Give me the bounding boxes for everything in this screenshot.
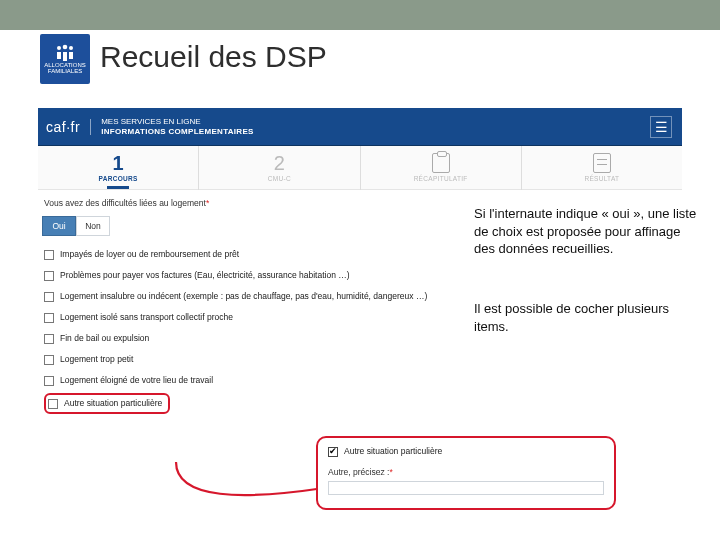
list-item[interactable]: Logement trop petit <box>44 349 456 370</box>
step-1-number: 1 <box>113 153 124 173</box>
caf-logo: ALLOCATIONS FAMILIALES <box>40 34 90 84</box>
step-1-label: PARCOURS <box>99 175 138 182</box>
checkbox[interactable] <box>44 313 54 323</box>
step-2-label: CMU-C <box>268 175 291 182</box>
checkbox[interactable] <box>44 334 54 344</box>
checkbox[interactable] <box>328 447 338 457</box>
logo-text: ALLOCATIONS FAMILIALES <box>40 62 90 74</box>
checkbox-label: Logement trop petit <box>60 354 133 364</box>
clipboard-icon <box>432 153 450 173</box>
checkbox-label: Logement insalubre ou indécent (exemple … <box>60 291 427 301</box>
precisez-input[interactable] <box>328 481 604 495</box>
checkbox-list: Impayés de loyer ou de remboursement de … <box>38 242 462 420</box>
step-3-label: RÉCAPITULATIF <box>414 175 468 182</box>
checkbox[interactable] <box>44 250 54 260</box>
header-strip <box>0 0 720 30</box>
checkbox[interactable] <box>44 376 54 386</box>
list-item[interactable]: Fin de bail ou expulsion <box>44 328 456 349</box>
list-item[interactable]: Logement isolé sans transport collectif … <box>44 307 456 328</box>
list-item[interactable]: Logement éloigné de votre lieu de travai… <box>44 370 456 391</box>
checkbox[interactable] <box>44 292 54 302</box>
checkbox-label: Impayés de loyer ou de remboursement de … <box>60 249 239 259</box>
page-title: Recueil des DSP <box>100 40 327 74</box>
oui-button[interactable]: Oui <box>42 216 76 236</box>
svg-point-0 <box>57 46 61 50</box>
step-4-label: RÉSULTAT <box>584 175 619 182</box>
document-icon <box>593 153 611 173</box>
detail-popup: Autre situation particulière Autre, préc… <box>316 436 616 510</box>
app-brand: caf·fr <box>46 119 91 135</box>
checkbox-label: Problèmes pour payer vos factures (Eau, … <box>60 270 350 280</box>
question-text: Vous avez des difficultés liées au logem… <box>44 198 209 208</box>
step-parcours[interactable]: 1 PARCOURS <box>38 146 198 189</box>
checkbox-label: Logement éloigné de votre lieu de travai… <box>60 375 213 385</box>
step-2-number: 2 <box>274 153 285 173</box>
checkbox[interactable] <box>44 271 54 281</box>
annotation-1: Si l'internaute indique « oui », une lis… <box>474 205 704 258</box>
svg-point-2 <box>69 46 73 50</box>
checkbox[interactable] <box>44 355 54 365</box>
step-recapitulatif[interactable]: RÉCAPITULATIF <box>361 146 521 189</box>
checkbox-label: Autre situation particulière <box>64 398 162 408</box>
family-icon <box>53 44 77 62</box>
list-item[interactable]: Impayés de loyer ou de remboursement de … <box>44 244 456 265</box>
precisez-label: Autre, précisez :* <box>328 467 604 477</box>
svg-point-1 <box>63 45 68 50</box>
popup-checked-item[interactable]: Autre situation particulière <box>328 446 604 457</box>
service-line-2: INFORMATIONS COMPLEMENTAIRES <box>101 127 254 137</box>
checkbox-label: Logement isolé sans transport collectif … <box>60 312 233 322</box>
required-asterisk: * <box>389 467 392 477</box>
checkbox[interactable] <box>48 399 58 409</box>
stepper: 1 PARCOURS 2 CMU-C RÉCAPITULATIF RÉSULTA… <box>38 146 682 190</box>
non-button[interactable]: Non <box>76 216 110 236</box>
checkbox-label: Autre situation particulière <box>344 446 442 456</box>
app-header-text: MES SERVICES EN LIGNE INFORMATIONS COMPL… <box>101 117 254 137</box>
slide: ALLOCATIONS FAMILIALES Recueil des DSP c… <box>0 0 720 540</box>
checkbox-label: Fin de bail ou expulsion <box>60 333 149 343</box>
required-asterisk: * <box>206 198 209 208</box>
service-line-1: MES SERVICES EN LIGNE <box>101 117 254 127</box>
step-cmuc[interactable]: 2 CMU-C <box>199 146 359 189</box>
list-item[interactable]: Problèmes pour payer vos factures (Eau, … <box>44 265 456 286</box>
annotation-2: Il est possible de cocher plusieurs item… <box>474 300 704 335</box>
org-emblem-icon: ☰ <box>650 116 672 138</box>
list-item[interactable]: Logement insalubre ou indécent (exemple … <box>44 286 456 307</box>
step-resultat[interactable]: RÉSULTAT <box>522 146 682 189</box>
app-header: caf·fr MES SERVICES EN LIGNE INFORMATION… <box>38 108 682 146</box>
list-item[interactable]: Autre situation particulière <box>48 398 162 409</box>
highlighted-autre-item: Autre situation particulière <box>44 393 170 414</box>
